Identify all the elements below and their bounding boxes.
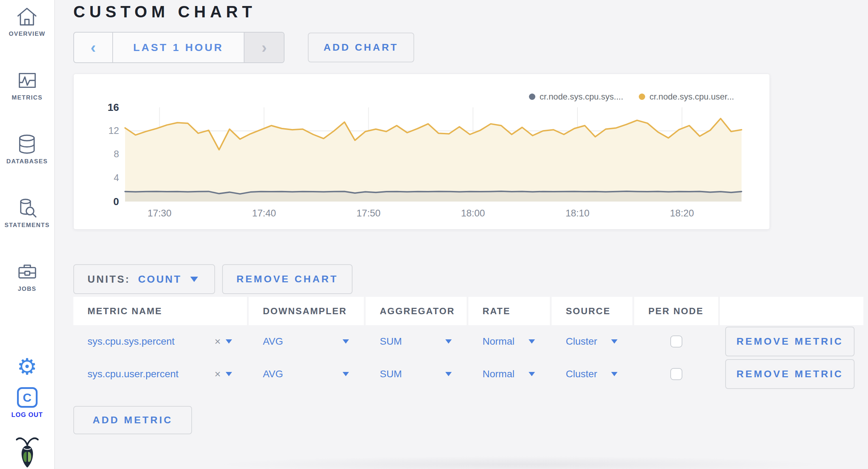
y-axis-tick-label: 8 [88, 149, 119, 160]
sidebar: OVERVIEW METRICS DATABASES STATEMENTS [0, 0, 55, 469]
chart-card: cr.node.sys.cpu.sys.... cr.node.sys.cpu.… [73, 74, 770, 230]
units-value: COUNT [138, 273, 182, 285]
x-axis-tick-label: 18:10 [556, 208, 599, 219]
downsampler-cell[interactable]: AVG [249, 358, 364, 390]
column-header-source: SOURCE [552, 297, 632, 325]
page-title: CUSTOM CHART [73, 2, 256, 21]
source-cell[interactable]: Cluster [552, 358, 632, 390]
database-icon [16, 133, 38, 155]
scroll-edge-shadow [222, 456, 817, 469]
metric-name-cell: sys.cpu.sys.percent × [73, 325, 247, 358]
chevron-right-icon: › [261, 39, 267, 56]
briefcase-icon [16, 261, 38, 283]
rate-cell[interactable]: Normal [468, 358, 550, 390]
home-icon [16, 6, 38, 28]
logout-button[interactable]: C LOG OUT [11, 387, 43, 419]
sidebar-item-label: STATEMENTS [5, 222, 50, 229]
aggregator-cell[interactable]: SUM [366, 325, 467, 358]
chevron-down-icon [445, 339, 452, 344]
source-value: Cluster [566, 368, 597, 380]
y-axis-tick-label: 12 [88, 125, 119, 136]
metrics-table: METRIC NAME DOWNSAMPLER AGGREGATOR RATE … [73, 297, 868, 390]
units-label: UNITS: [88, 273, 130, 285]
time-range-prev-button[interactable]: ‹ [74, 33, 113, 62]
rate-value: Normal [483, 368, 514, 380]
rate-value: Normal [483, 336, 514, 347]
chevron-down-icon[interactable] [226, 372, 232, 376]
per-node-checkbox[interactable] [670, 335, 682, 347]
column-header-aggregator: AGGREGATOR [366, 297, 467, 325]
chart-svg [125, 107, 742, 202]
sidebar-item-label: JOBS [18, 286, 36, 293]
x-axis-tick-label: 18:20 [661, 208, 703, 219]
sidebar-item-databases[interactable]: DATABASES [6, 133, 48, 165]
per-node-cell [634, 325, 718, 358]
gear-icon[interactable]: ⚙ [17, 355, 37, 378]
aggregator-value: SUM [380, 368, 402, 380]
legend-label: cr.node.sys.cpu.user... [649, 92, 734, 102]
legend-item[interactable]: cr.node.sys.cpu.sys.... [529, 92, 623, 102]
legend-dot-sys [529, 94, 535, 100]
chevron-down-icon [529, 372, 535, 376]
source-value: Cluster [566, 336, 597, 347]
chart-legend: cr.node.sys.cpu.sys.... cr.node.sys.cpu.… [529, 92, 734, 102]
column-header-rate: RATE [468, 297, 550, 325]
metric-name-dropdown[interactable]: sys.cpu.user.percent [88, 368, 179, 380]
chevron-down-icon[interactable] [226, 339, 232, 344]
remove-metric-button[interactable]: REMOVE METRIC [725, 359, 855, 389]
x-axis-tick-label: 17:40 [243, 208, 285, 219]
column-header-actions [720, 297, 863, 325]
rate-cell[interactable]: Normal [468, 325, 550, 358]
statements-search-icon [16, 197, 38, 219]
chevron-left-icon: ‹ [91, 39, 96, 56]
chevron-down-icon [343, 372, 349, 376]
logo-letter: C [23, 391, 32, 405]
time-range-label: LAST 1 HOUR [133, 41, 224, 53]
metric-name-dropdown[interactable]: sys.cpu.sys.percent [88, 336, 175, 347]
sidebar-item-statements[interactable]: STATEMENTS [5, 197, 50, 229]
sidebar-item-overview[interactable]: OVERVIEW [9, 6, 45, 38]
clear-metric-icon[interactable]: × [214, 368, 221, 380]
sidebar-item-label: OVERVIEW [9, 30, 45, 38]
remove-chart-button[interactable]: REMOVE CHART [222, 264, 353, 294]
add-metric-button[interactable]: ADD METRIC [73, 406, 192, 434]
x-axis-tick-label: 17:30 [138, 208, 181, 219]
add-chart-button[interactable]: ADD CHART [308, 33, 414, 62]
chart-y-axis: 0481216 [88, 107, 119, 202]
downsampler-value: AVG [263, 336, 283, 347]
y-axis-tick-label: 0 [88, 196, 119, 208]
chevron-down-icon [611, 372, 618, 376]
sidebar-item-label: METRICS [12, 94, 43, 101]
column-header-metric-name: METRIC NAME [73, 297, 247, 325]
clear-metric-icon[interactable]: × [214, 335, 221, 347]
downsampler-cell[interactable]: AVG [249, 325, 364, 358]
legend-label: cr.node.sys.cpu.sys.... [540, 92, 623, 102]
per-node-checkbox[interactable] [670, 368, 682, 380]
actions-cell: REMOVE METRIC [720, 325, 863, 358]
sidebar-item-jobs[interactable]: JOBS [16, 261, 38, 293]
metrics-icon [16, 69, 38, 91]
chevron-down-icon [445, 372, 452, 376]
chart-plot-area [125, 107, 742, 202]
chevron-down-icon [190, 277, 198, 282]
y-axis-tick-label: 16 [88, 102, 119, 113]
cockroach-c-logo-icon: C [17, 387, 38, 408]
remove-metric-button[interactable]: REMOVE METRIC [725, 327, 855, 356]
chevron-down-icon [611, 339, 618, 344]
x-axis-tick-label: 17:50 [347, 208, 390, 219]
column-header-downsampler: DOWNSAMPLER [249, 297, 364, 325]
legend-dot-user [639, 94, 645, 100]
sidebar-item-label: DATABASES [6, 158, 48, 165]
column-header-per-node: PER NODE [634, 297, 718, 325]
sidebar-item-metrics[interactable]: METRICS [12, 69, 43, 101]
metric-name-cell: sys.cpu.user.percent × [73, 358, 247, 390]
chart-x-axis: 17:3017:4017:5018:0018:1018:20 [125, 208, 742, 220]
aggregator-cell[interactable]: SUM [366, 358, 467, 390]
time-range-dropdown[interactable]: LAST 1 HOUR [113, 33, 244, 62]
source-cell[interactable]: Cluster [552, 325, 632, 358]
units-dropdown[interactable]: UNITS: COUNT [73, 264, 215, 294]
logout-label: LOG OUT [11, 411, 43, 419]
x-axis-tick-label: 18:00 [452, 208, 494, 219]
time-range-next-button[interactable]: › [244, 33, 284, 62]
legend-item[interactable]: cr.node.sys.cpu.user... [639, 92, 734, 102]
